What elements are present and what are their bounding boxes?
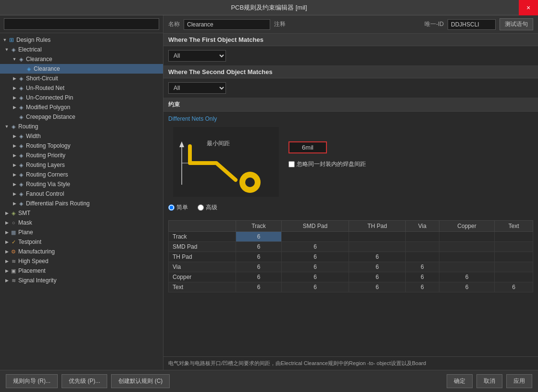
rule-icon: ◈ (17, 161, 25, 169)
tree-label: Signal Integrity (18, 277, 56, 284)
tree-item-un-connected-pin[interactable]: ▶ ◈ Un-Connected Pin (0, 93, 163, 102)
cancel-button[interactable]: 取消 (476, 374, 502, 388)
tree-item-un-routed-net[interactable]: ▶ ◈ Un-Routed Net (0, 83, 163, 93)
cell-track-track[interactable]: 6 (236, 232, 281, 242)
rule-icon: ◈ (17, 94, 25, 101)
tree-label: Un-Routed Net (26, 85, 64, 91)
ignore-pad-checkbox[interactable] (288, 161, 295, 167)
wizard-button[interactable]: 规则向导 (R)... (6, 374, 58, 388)
simple-radio-option[interactable]: 简单 (168, 203, 188, 212)
cell-track-via (405, 232, 439, 242)
search-input[interactable] (4, 18, 159, 30)
col-header-smd-pad: SMD Pad (282, 221, 349, 232)
rule-icon: ◈ (17, 190, 25, 198)
cell-th-text (495, 252, 533, 262)
second-object-select[interactable]: All Net Net Class Layer (168, 82, 226, 94)
cell-smd-text (495, 242, 533, 252)
tree-item-electrical[interactable]: ▼ ◈ Electrical (0, 45, 163, 54)
tree-item-smt[interactable]: ▶ ◈ SMT (0, 208, 163, 218)
tree-item-clearance-group[interactable]: ▼ ◈ Clearance (0, 54, 163, 64)
cell-copper-copper[interactable]: 6 (439, 272, 494, 282)
ok-button[interactable]: 确定 (447, 374, 473, 388)
row-label-copper: Copper (169, 272, 236, 282)
tree-item-high-speed[interactable]: ▶ ≋ High Speed (0, 256, 163, 266)
content-area: ▼ ⊞ Design Rules ▼ ◈ Electrical ▼ ◈ Clea… (0, 15, 538, 370)
close-button[interactable]: × (519, 0, 538, 15)
tree-item-fanout-control[interactable]: ▶ ◈ Fanout Control (0, 189, 163, 199)
tree-item-mask[interactable]: ▶ ○ Mask (0, 218, 163, 228)
tree-label: Clearance (34, 65, 60, 72)
second-object-section: All Net Net Class Layer (163, 78, 538, 98)
cell-via-via[interactable]: 6 (405, 262, 439, 272)
cell-text-via[interactable]: 6 (405, 282, 439, 292)
expand-icon: ▶ (4, 229, 10, 235)
cell-text-th[interactable]: 6 (349, 282, 405, 292)
cell-th-smd[interactable]: 6 (282, 252, 349, 262)
tree-item-short-circuit[interactable]: ▶ ◈ Short-Circuit (0, 74, 163, 83)
row-label-smd: SMD Pad (169, 242, 236, 252)
cell-smd-track[interactable]: 6 (236, 242, 281, 252)
tree-item-routing-layers[interactable]: ▶ ◈ Routing Layers (0, 160, 163, 170)
tree-label: Mask (18, 219, 32, 226)
cell-smd-smd[interactable]: 6 (282, 242, 349, 252)
cell-copper-smd[interactable]: 6 (282, 272, 349, 282)
tree-label: Creepage Distance (26, 114, 75, 120)
advanced-radio[interactable] (198, 204, 204, 211)
cell-copper-track[interactable]: 6 (236, 272, 281, 282)
expand-icon: ▶ (4, 258, 10, 264)
table-row-smd-pad: SMD Pad 6 6 (169, 242, 533, 252)
rule-icon: ◈ (10, 123, 17, 130)
first-object-select[interactable]: All Net Net Class Layer (168, 50, 226, 62)
tree-item-plane[interactable]: ▶ ▦ Plane (0, 228, 163, 237)
tree-item-signal-integrity[interactable]: ▶ ≋ Signal Integrity (0, 276, 163, 285)
ignore-pad-checkbox-area[interactable]: 忽略同一封装内的焊盘间距 (288, 160, 366, 168)
expand-icon: ▶ (12, 85, 17, 91)
rule-icon: ◈ (25, 65, 33, 73)
expand-icon: ▶ (4, 268, 10, 274)
tree-item-creepage-distance[interactable]: ◈ Creepage Distance (0, 112, 163, 122)
apply-button[interactable]: 应用 (506, 374, 532, 388)
tree-item-manufacturing[interactable]: ▶ ⚙ Manufacturing (0, 247, 163, 256)
advanced-radio-option[interactable]: 高级 (198, 203, 217, 212)
cell-text-copper[interactable]: 6 (439, 282, 494, 292)
tree-item-design-rules[interactable]: ▼ ⊞ Design Rules (0, 35, 163, 45)
tree-label: Modified Polygon (26, 104, 70, 111)
clearance-value-input[interactable] (288, 141, 327, 153)
tree-item-placement[interactable]: ▶ ▣ Placement (0, 266, 163, 276)
cell-via-th[interactable]: 6 (349, 262, 405, 272)
cell-copper-via[interactable]: 6 (405, 272, 439, 282)
tree-item-routing[interactable]: ▼ ◈ Routing (0, 122, 163, 131)
tree-label: Clearance (26, 56, 52, 63)
create-default-button[interactable]: 创建默认规则 (C) (111, 374, 170, 388)
tree-label: Routing Topology (26, 142, 71, 149)
tree-item-modified-polygon[interactable]: ▶ ◈ Modified Polygon (0, 102, 163, 112)
rule-name-input[interactable] (184, 19, 270, 30)
tree-item-routing-corners[interactable]: ▶ ◈ Routing Corners (0, 170, 163, 179)
tree-item-routing-via-style[interactable]: ▶ ◈ Routing Via Style (0, 179, 163, 189)
tree-item-differential-pairs[interactable]: ▶ ◈ Differential Pairs Routing (0, 199, 163, 208)
tree-item-clearance[interactable]: ◈ Clearance (0, 64, 163, 74)
cell-copper-th[interactable]: 6 (349, 272, 405, 282)
tree-item-testpoint[interactable]: ▶ ✓ Testpoint (0, 237, 163, 247)
cell-via-track[interactable]: 6 (236, 262, 281, 272)
cell-text-text[interactable]: 6 (495, 282, 533, 292)
test-button[interactable]: 测试语句 (500, 18, 533, 30)
expand-icon: ▶ (12, 191, 17, 197)
tree-item-routing-topology[interactable]: ▶ ◈ Routing Topology (0, 141, 163, 151)
cell-text-track[interactable]: 6 (236, 282, 281, 292)
tree-label: High Speed (18, 258, 49, 265)
expand-icon: ▶ (12, 152, 17, 158)
expand-icon: ▶ (12, 104, 17, 110)
tree-item-routing-priority[interactable]: ▶ ◈ Routing Priority (0, 151, 163, 160)
tree-item-width[interactable]: ▶ ◈ Width (0, 131, 163, 141)
svg-text:最小间距: 最小间距 (207, 140, 230, 147)
priority-button[interactable]: 优先级 (P)... (62, 374, 107, 388)
rule-id-input[interactable] (448, 19, 496, 30)
clearance-table-wrapper: Track SMD Pad TH Pad Via Copper Text Tra… (168, 217, 533, 356)
cell-th-th[interactable]: 6 (349, 252, 405, 262)
cell-text-smd[interactable]: 6 (282, 282, 349, 292)
cell-via-smd[interactable]: 6 (282, 262, 349, 272)
simple-radio[interactable] (168, 204, 175, 211)
cell-th-track[interactable]: 6 (236, 252, 281, 262)
rule-icon: ◈ (17, 152, 25, 159)
